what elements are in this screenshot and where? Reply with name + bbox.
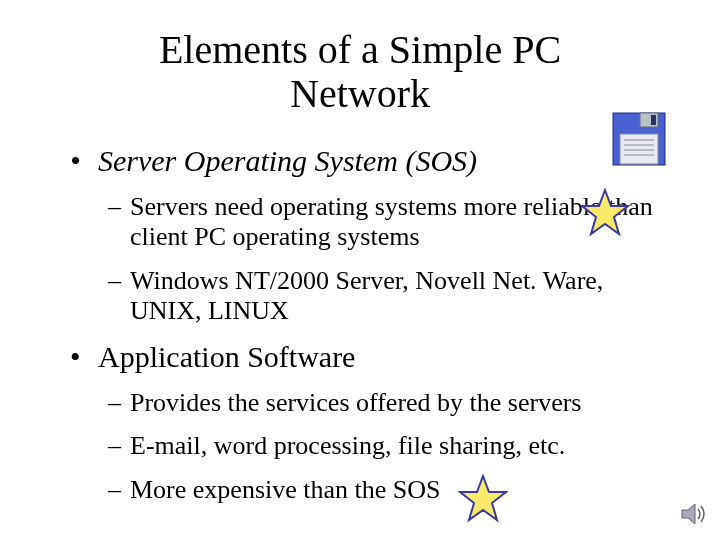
star-icon — [458, 474, 508, 524]
bullet-appsw-cost: More expensive than the SOS — [108, 475, 680, 505]
speaker-icon — [680, 500, 708, 528]
svg-marker-9 — [460, 476, 506, 520]
svg-marker-10 — [682, 504, 695, 524]
slide-title: Elements of a Simple PC Network — [0, 28, 720, 116]
svg-rect-2 — [651, 115, 656, 125]
bullet-appsw-services: Provides the services offered by the ser… — [108, 388, 680, 418]
slide: Elements of a Simple PC Network Server O… — [0, 0, 720, 540]
svg-marker-8 — [582, 190, 628, 234]
bullet-appsw-examples: E-mail, word processing, file sharing, e… — [108, 431, 680, 461]
bullet-sos: Server Operating System (SOS) — [70, 144, 680, 178]
title-line-2: Network — [290, 71, 430, 116]
bullet-sos-examples: Windows NT/2000 Server, Novell Net. Ware… — [108, 266, 680, 326]
star-icon — [580, 188, 630, 238]
title-line-1: Elements of a Simple PC — [159, 27, 561, 72]
bullet-appsw: Application Software — [70, 340, 680, 374]
